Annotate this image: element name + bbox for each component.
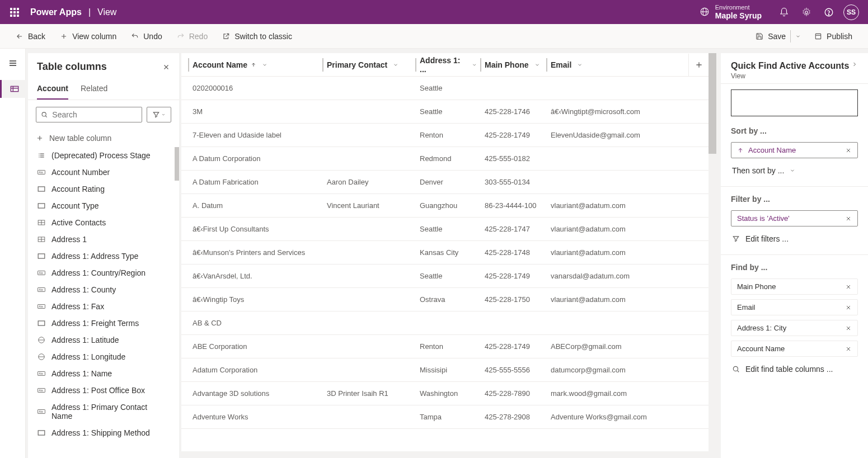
column-item[interactable]: (Deprecated) Process Stage xyxy=(28,147,179,164)
remove-find-button[interactable] xyxy=(842,304,852,311)
table-row[interactable]: 7-Eleven and Udaside labelRenton425-228-… xyxy=(181,124,709,147)
table-row[interactable]: â€‹Munson's Printers and ServicesKansas … xyxy=(181,241,709,265)
remove-find-button[interactable] xyxy=(842,325,852,332)
column-item[interactable]: Active Contacts xyxy=(28,214,179,231)
table-row[interactable]: Advantage 3D solutions3D Printer Isaih R… xyxy=(181,382,709,405)
column-item[interactable]: Account Rating xyxy=(28,181,179,197)
column-item[interactable]: Address 1: Freight Terms xyxy=(28,315,179,332)
find-pill[interactable]: Address 1: City xyxy=(731,320,858,336)
column-item[interactable]: AbcAddress 1: Country/Region xyxy=(28,265,179,281)
switch-classic-button[interactable]: Switch to classic xyxy=(217,29,298,44)
table-row[interactable]: A Datum CorporationRedmond425-555-0182 xyxy=(181,147,709,171)
col-header-email[interactable]: Email xyxy=(546,58,647,72)
new-col-label: New table column xyxy=(49,134,111,143)
table-row[interactable]: â€‹Wingtip ToysOstrava425-228-1750vlauri… xyxy=(181,288,709,311)
collapse-panel-button[interactable] xyxy=(851,61,858,68)
cell-city: Seattle xyxy=(415,107,480,116)
undo-button[interactable]: Undo xyxy=(125,29,167,44)
filter-dropdown[interactable] xyxy=(147,107,171,122)
edit-find-columns-link[interactable]: Edit find table columns ... xyxy=(731,361,858,377)
cell-email: vlauriant@adatum.com xyxy=(546,225,692,233)
column-item-label: Address 1: County xyxy=(51,285,116,294)
col-header-primary-contact[interactable]: Primary Contact xyxy=(322,58,415,72)
publish-button[interactable]: Publish xyxy=(809,29,858,44)
settings-icon[interactable] xyxy=(795,1,818,24)
scrollbar-thumb[interactable] xyxy=(709,53,716,154)
save-dropdown[interactable] xyxy=(790,30,805,43)
table-row[interactable]: â€‹VanArsdel, Ltd.Seattle425-228-1749van… xyxy=(181,265,709,288)
notifications-icon[interactable] xyxy=(773,1,795,24)
column-item[interactable]: Address 1 xyxy=(28,231,179,248)
table-row[interactable]: A. DatumVincent LauriantGuangzhou86-23-4… xyxy=(181,194,709,218)
view-column-button[interactable]: View column xyxy=(54,29,122,44)
grid-vertical-scrollbar[interactable] xyxy=(709,53,716,458)
svg-rect-16 xyxy=(11,86,18,91)
sort-pill-account-name[interactable]: Account Name xyxy=(731,142,858,158)
remove-find-button[interactable] xyxy=(842,346,852,352)
column-item-label: Account Number xyxy=(51,168,110,177)
view-column-label: View column xyxy=(72,32,116,41)
table-row[interactable]: 3MSeattle425-228-1746â€‹Wingtipt@microso… xyxy=(181,100,709,124)
find-pill[interactable]: Account Name xyxy=(731,341,858,357)
save-button[interactable]: Save xyxy=(750,29,790,44)
grid-horizontal-scrollbar[interactable] xyxy=(181,451,709,458)
tab-related[interactable]: Related xyxy=(81,79,107,100)
column-item[interactable]: Address 1: Address Type xyxy=(28,248,179,265)
user-avatar[interactable]: SS xyxy=(840,1,862,24)
column-type-icon: Abc xyxy=(37,407,46,416)
remove-find-button[interactable] xyxy=(842,284,852,290)
column-item[interactable]: Address 1: Latitude xyxy=(28,332,179,348)
table-row[interactable]: Adventure WorksTampa425-278-2908Adventur… xyxy=(181,405,709,429)
add-column-button[interactable] xyxy=(688,54,709,76)
column-item[interactable]: AbcAddress 1: Name xyxy=(28,365,179,382)
col-header-account-name[interactable]: Account Name xyxy=(188,58,322,72)
table-row[interactable]: 0202000016Seattle xyxy=(181,77,709,100)
column-item[interactable]: Address 1: Longitude xyxy=(28,348,179,365)
find-pill-label: Main Phone xyxy=(737,282,842,291)
new-table-column[interactable]: New table column xyxy=(28,129,179,147)
find-pill[interactable]: Main Phone xyxy=(731,278,858,295)
then-sort-by-dropdown[interactable]: Then sort by ... xyxy=(731,163,858,178)
back-button[interactable]: Back xyxy=(10,29,51,44)
description-textarea[interactable] xyxy=(731,89,858,116)
edit-filters-link[interactable]: Edit filters ... xyxy=(731,231,858,247)
save-icon xyxy=(756,32,763,40)
table-row[interactable]: â€‹First Up ConsultantsSeattle425-228-17… xyxy=(181,218,709,241)
sort-by-label: Sort by ... xyxy=(731,126,858,135)
column-item[interactable]: AbcAddress 1: Primary Contact Name xyxy=(28,399,179,424)
search-input-wrap[interactable] xyxy=(36,107,142,122)
find-pill[interactable]: Email xyxy=(731,299,858,315)
svg-text:Abc: Abc xyxy=(39,389,44,392)
table-row[interactable]: ABE CorporationRenton425-228-1749ABECorp… xyxy=(181,335,709,358)
table-row[interactable]: AB & CD xyxy=(181,311,709,335)
table-row[interactable]: A Datum FabricationAaron DaileyDenver303… xyxy=(181,171,709,194)
column-item[interactable]: AbcAccount Number xyxy=(28,164,179,181)
column-item[interactable]: Account Type xyxy=(28,197,179,214)
find-pill-label: Address 1: City xyxy=(737,324,842,332)
scrollbar-thumb[interactable] xyxy=(175,147,179,181)
rail-column-tool[interactable] xyxy=(0,80,26,98)
environment-picker[interactable]: Environment Maple Syrup xyxy=(700,4,762,21)
column-item[interactable]: AbcAddress 1: County xyxy=(28,281,179,298)
column-item[interactable]: AbcAddress 1: Fax xyxy=(28,298,179,315)
column-type-icon xyxy=(37,352,46,361)
filter-pill-status[interactable]: Status is 'Active' xyxy=(731,210,858,226)
rail-hamburger[interactable] xyxy=(4,54,22,72)
search-input[interactable] xyxy=(52,110,137,119)
column-item[interactable]: Address 1: Shipping Method xyxy=(28,424,179,441)
table-row[interactable]: Adatum CorporationMissisipi425-555-5556d… xyxy=(181,358,709,382)
column-item[interactable]: AbcAddress 1: Post Office Box xyxy=(28,382,179,399)
redo-icon xyxy=(177,32,185,40)
close-panel-button[interactable] xyxy=(162,63,170,71)
waffle-icon[interactable] xyxy=(6,8,24,17)
column-type-icon xyxy=(37,218,46,227)
column-list[interactable]: (Deprecated) Process StageAbcAccount Num… xyxy=(28,147,179,458)
grid-body[interactable]: 0202000016Seattle3MSeattle425-228-1746â€… xyxy=(181,77,709,458)
tab-account[interactable]: Account xyxy=(37,79,68,100)
col-header-main-phone[interactable]: Main Phone xyxy=(480,58,546,72)
help-icon[interactable] xyxy=(818,1,840,24)
remove-filter-button[interactable] xyxy=(842,215,852,222)
remove-sort-button[interactable] xyxy=(842,147,852,154)
col-header-address1[interactable]: Address 1: ... xyxy=(415,58,480,72)
filter-icon xyxy=(152,111,160,119)
